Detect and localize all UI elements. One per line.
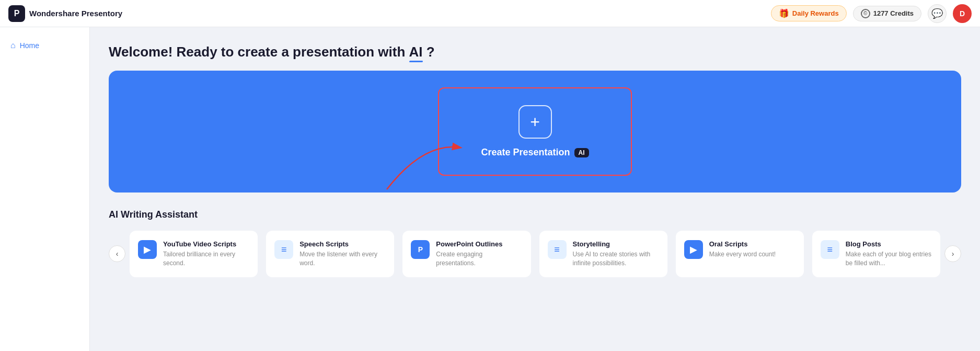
card-powerpoint-title: PowerPoint Outlines [436, 240, 522, 248]
credits-label: 1277 Credits [873, 9, 914, 17]
hero-banner: + Create Presentation AI [109, 71, 961, 193]
card-powerpoint-text: PowerPoint Outlines Create engaging pres… [436, 240, 522, 268]
card-blog-title: Blog Posts [846, 240, 932, 248]
card-speech[interactable]: ≡ Speech Scripts Move the listener with … [266, 231, 394, 277]
cards-row: ‹ ▶ YouTube Video Scripts Tailored brill… [109, 229, 961, 279]
credits-icon: © [861, 9, 870, 18]
chevron-left-icon: ‹ [116, 250, 119, 258]
sidebar-item-home[interactable]: ⌂ Home [0, 36, 89, 55]
card-youtube-desc: Tailored brilliance in every second. [163, 250, 249, 268]
card-speech-text: Speech Scripts Move the listener with ev… [299, 240, 386, 268]
card-oral-desc: Make every word count! [709, 250, 776, 259]
app-name: Wondershare Presentory [29, 9, 122, 18]
storytelling-icon: ≡ [548, 240, 567, 259]
create-presentation-zone[interactable]: + Create Presentation AI [438, 87, 631, 176]
card-blog-text: Blog Posts Make each of your blog entrie… [846, 240, 932, 268]
carousel-next-button[interactable]: › [944, 245, 961, 262]
card-youtube-title: YouTube Video Scripts [163, 240, 249, 248]
create-presentation-label: Create Presentation AI [481, 147, 589, 158]
card-storytelling-title: Storytelling [573, 240, 659, 248]
app-logo: P [8, 5, 25, 22]
sidebar-item-home-label: Home [20, 41, 39, 50]
credits-button[interactable]: © 1277 Credits [853, 6, 921, 21]
card-oral[interactable]: ▶ Oral Scripts Make every word count! [676, 231, 804, 277]
card-blog-desc: Make each of your blog entries be filled… [846, 250, 932, 268]
card-oral-text: Oral Scripts Make every word count! [709, 240, 776, 259]
carousel-prev-button[interactable]: ‹ [109, 245, 125, 262]
avatar[interactable]: D [953, 4, 972, 23]
main-content: Welcome! Ready to create a presentation … [90, 27, 980, 351]
card-speech-title: Speech Scripts [299, 240, 386, 248]
gift-icon: 🎁 [779, 8, 789, 18]
ai-highlight: AI [409, 44, 423, 60]
topbar-left: P Wondershare Presentory [8, 5, 122, 22]
card-speech-desc: Move the listener with every word. [299, 250, 386, 268]
ai-badge: AI [574, 148, 589, 157]
card-powerpoint-desc: Create engaging presentations. [436, 250, 522, 268]
oral-icon: ▶ [684, 240, 703, 259]
layout: ⌂ Home Welcome! Ready to create a presen… [0, 27, 980, 351]
page-title-prefix: Welcome! Ready to create a presentation … [109, 44, 405, 60]
daily-rewards-label: Daily Rewards [792, 9, 839, 17]
card-youtube[interactable]: ▶ YouTube Video Scripts Tailored brillia… [130, 231, 258, 277]
card-storytelling[interactable]: ≡ Storytelling Use AI to create stories … [539, 231, 667, 277]
home-icon: ⌂ [10, 41, 16, 50]
avatar-char: D [960, 9, 965, 18]
app-logo-char: P [14, 9, 20, 18]
powerpoint-icon: P [411, 240, 430, 259]
card-youtube-text: YouTube Video Scripts Tailored brillianc… [163, 240, 249, 268]
chat-button[interactable]: 💬 [928, 4, 947, 23]
page-title: Welcome! Ready to create a presentation … [109, 44, 961, 60]
card-blog[interactable]: ≡ Blog Posts Make each of your blog entr… [812, 231, 940, 277]
card-powerpoint[interactable]: P PowerPoint Outlines Create engaging pr… [402, 231, 531, 277]
cards-container: ▶ YouTube Video Scripts Tailored brillia… [125, 229, 944, 279]
chat-icon: 💬 [931, 8, 943, 19]
plus-icon-box: + [518, 105, 552, 139]
sidebar: ⌂ Home [0, 27, 90, 351]
card-storytelling-desc: Use AI to create stories with infinite p… [573, 250, 659, 268]
card-oral-title: Oral Scripts [709, 240, 776, 248]
blog-icon: ≡ [821, 240, 839, 259]
plus-icon: + [530, 112, 540, 132]
youtube-icon: ▶ [138, 240, 157, 259]
topbar-right: 🎁 Daily Rewards © 1277 Credits 💬 D [771, 4, 972, 23]
topbar: P Wondershare Presentory 🎁 Daily Rewards… [0, 0, 980, 27]
writing-assistant-title: AI Writing Assistant [109, 209, 961, 220]
card-storytelling-text: Storytelling Use AI to create stories wi… [573, 240, 659, 268]
chevron-right-icon: › [952, 250, 954, 258]
speech-icon: ≡ [274, 240, 293, 259]
daily-rewards-button[interactable]: 🎁 Daily Rewards [771, 5, 847, 21]
